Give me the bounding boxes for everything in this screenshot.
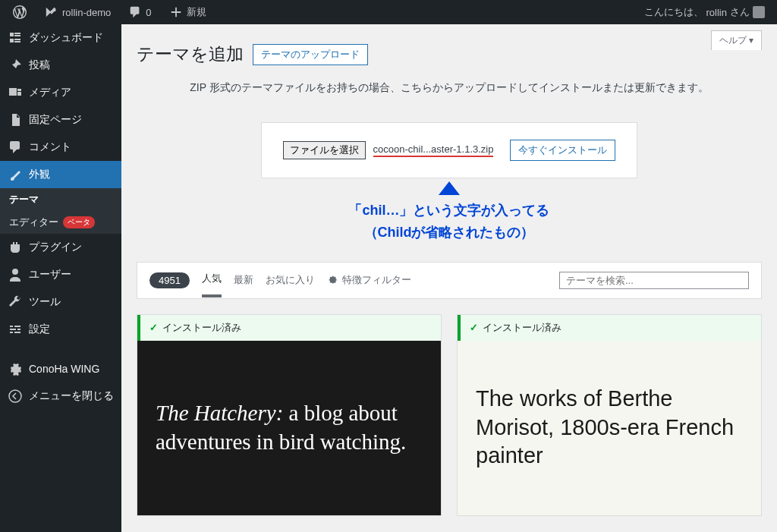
username-text: rollin	[706, 7, 727, 18]
filter-latest[interactable]: 最新	[234, 273, 253, 296]
comment-icon	[8, 140, 23, 155]
theme-search-input[interactable]	[559, 272, 749, 289]
theme-card[interactable]: ✓インストール済み The Hatchery: a blog about adv…	[137, 314, 442, 516]
file-select-button[interactable]: ファイルを選択	[283, 141, 366, 159]
installed-badge: ✓インストール済み	[458, 315, 761, 341]
main-content: ヘルプ ▾ テーマを追加 テーマのアップロード ZIP 形式のテーマファイルをお…	[121, 24, 777, 532]
wp-logo[interactable]	[6, 0, 33, 24]
avatar-icon	[753, 6, 765, 18]
sidebar-item-plugins[interactable]: プラグイン	[0, 234, 121, 261]
sidebar-item-users[interactable]: ユーザー	[0, 261, 121, 288]
sidebar-item-tools[interactable]: ツール	[0, 288, 121, 316]
gear-icon	[8, 361, 23, 376]
sidebar-item-pages[interactable]: 固定ページ	[0, 106, 121, 134]
theme-filter-bar: 4951 人気 最新 お気に入り 特徴フィルター	[137, 262, 762, 299]
theme-card[interactable]: ✓インストール済み The works of Berthe Morisot, 1…	[457, 314, 762, 516]
collapse-icon	[8, 389, 23, 404]
svg-point-0	[9, 390, 21, 402]
admin-toolbar: rollin-demo 0 新規 こんにちは、rollin さん	[0, 0, 777, 24]
media-icon	[8, 85, 23, 100]
themes-grid: ✓インストール済み The Hatchery: a blog about adv…	[137, 314, 762, 516]
page-icon	[8, 112, 23, 127]
sidebar-item-conoha[interactable]: ConoHa WING	[0, 355, 121, 382]
greeting-text: こんにちは、	[644, 5, 703, 19]
site-name-link[interactable]: rollin-demo	[38, 0, 117, 24]
sidebar-item-posts[interactable]: 投稿	[0, 52, 121, 79]
new-content-link[interactable]: 新規	[162, 0, 212, 24]
gear-icon	[327, 274, 338, 287]
new-label: 新規	[187, 5, 206, 19]
beta-badge: ベータ	[63, 216, 95, 228]
help-tab[interactable]: ヘルプ ▾	[711, 30, 762, 50]
theme-preview: The Hatchery: a blog about adventures in…	[137, 341, 441, 515]
comment-count: 0	[146, 7, 151, 18]
appearance-submenu: テーマ エディターベータ	[0, 188, 121, 234]
annotation-arrow-icon	[439, 181, 460, 195]
admin-sidebar: ダッシュボード 投稿 メディア 固定ページ コメント 外観 テーマ エディターベ…	[0, 24, 121, 532]
annotation-text: 「chil…」という文字が入ってる （Childが省略されたもの）	[137, 200, 762, 244]
submenu-editor[interactable]: エディターベータ	[0, 211, 121, 234]
upload-instructions: ZIP 形式のテーマファイルをお持ちの場合、こちらからアップロードしてインストー…	[137, 81, 762, 95]
wrench-icon	[8, 294, 23, 310]
dashboard-icon	[8, 30, 23, 46]
submenu-themes[interactable]: テーマ	[0, 188, 121, 211]
theme-preview: The works of Berthe Morisot, 1800s-era F…	[458, 341, 761, 515]
sidebar-item-dashboard[interactable]: ダッシュボード	[0, 24, 121, 52]
check-icon: ✓	[149, 322, 158, 333]
sidebar-item-settings[interactable]: 設定	[0, 316, 121, 343]
upload-form: ファイルを選択 cocoon-chil...aster-1.1.3.zip 今す…	[261, 122, 638, 178]
my-account[interactable]: こんにちは、rollin さん	[638, 0, 771, 24]
site-name-text: rollin-demo	[62, 7, 111, 18]
sidebar-item-media[interactable]: メディア	[0, 79, 121, 106]
sidebar-item-appearance[interactable]: 外観	[0, 161, 121, 188]
check-icon: ✓	[470, 322, 478, 333]
page-title: テーマを追加	[137, 42, 244, 66]
brush-icon	[8, 167, 23, 182]
comments-link[interactable]: 0	[121, 0, 157, 24]
installed-badge: ✓インストール済み	[137, 315, 441, 341]
sidebar-collapse[interactable]: メニューを閉じる	[0, 382, 121, 410]
sliders-icon	[8, 322, 23, 337]
pin-icon	[8, 58, 23, 73]
theme-count: 4951	[149, 272, 190, 288]
selected-file-name: cocoon-chil...aster-1.1.3.zip	[373, 143, 494, 157]
sidebar-item-comments[interactable]: コメント	[0, 134, 121, 161]
filter-popular[interactable]: 人気	[202, 272, 222, 297]
plugin-icon	[8, 240, 23, 255]
filter-favorites[interactable]: お気に入り	[266, 273, 315, 296]
upload-theme-button[interactable]: テーマのアップロード	[253, 44, 368, 65]
feature-filter[interactable]: 特徴フィルター	[327, 273, 411, 287]
install-now-button[interactable]: 今すぐインストール	[510, 140, 615, 161]
user-icon	[8, 267, 23, 282]
